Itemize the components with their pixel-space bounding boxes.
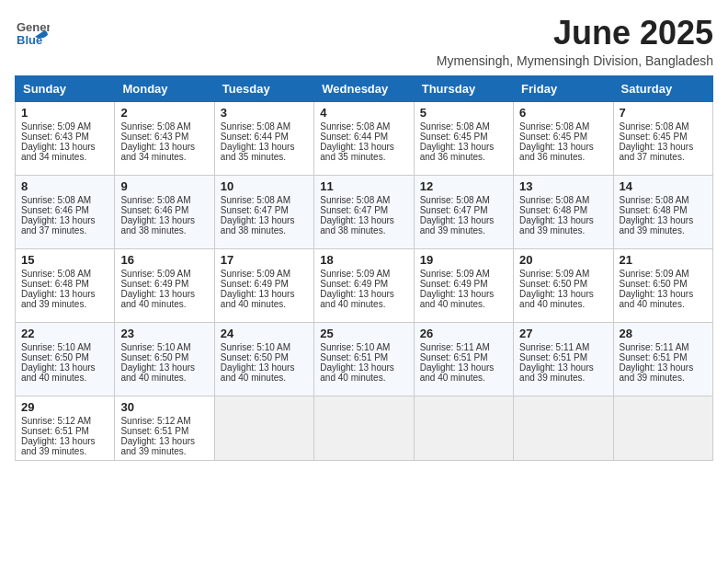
sunset-text: Sunset: 6:45 PM xyxy=(620,132,688,142)
sunrise-text: Sunrise: 5:08 AM xyxy=(320,195,390,205)
day-number: 15 xyxy=(21,253,108,267)
day-number: 7 xyxy=(620,106,707,120)
sunrise-text: Sunrise: 5:08 AM xyxy=(120,121,190,132)
calendar-cell: 3 Sunrise: 5:08 AM Sunset: 6:44 PM Dayli… xyxy=(214,101,313,175)
sunrise-text: Sunrise: 5:08 AM xyxy=(420,195,490,205)
calendar-cell xyxy=(613,396,712,460)
page-header: General Blue June 2025 Mymensingh, Mymen… xyxy=(15,15,713,68)
daylight-text: Daylight: 13 hours and 40 minutes. xyxy=(420,362,495,383)
calendar-week-row: 29 Sunrise: 5:12 AM Sunset: 6:51 PM Dayl… xyxy=(16,396,713,460)
sunset-text: Sunset: 6:44 PM xyxy=(221,132,289,142)
daylight-text: Daylight: 13 hours and 39 minutes. xyxy=(519,362,594,383)
day-number: 10 xyxy=(221,179,308,193)
daylight-text: Daylight: 13 hours and 34 minutes. xyxy=(120,142,195,162)
sunrise-text: Sunrise: 5:08 AM xyxy=(620,195,689,205)
sunset-text: Sunset: 6:44 PM xyxy=(320,132,388,142)
sunset-text: Sunset: 6:47 PM xyxy=(420,205,488,215)
sunrise-text: Sunrise: 5:11 AM xyxy=(420,342,490,352)
calendar-cell: 17 Sunrise: 5:09 AM Sunset: 6:49 PM Dayl… xyxy=(214,248,313,322)
daylight-text: Daylight: 13 hours and 39 minutes. xyxy=(21,436,96,456)
calendar-cell: 29 Sunrise: 5:12 AM Sunset: 6:51 PM Dayl… xyxy=(16,396,115,460)
calendar-cell: 28 Sunrise: 5:11 AM Sunset: 6:51 PM Dayl… xyxy=(613,322,712,396)
day-number: 17 xyxy=(221,253,308,267)
col-header-friday: Friday xyxy=(514,75,613,101)
calendar-cell: 27 Sunrise: 5:11 AM Sunset: 6:51 PM Dayl… xyxy=(514,322,613,396)
sunset-text: Sunset: 6:50 PM xyxy=(221,352,289,362)
daylight-text: Daylight: 13 hours and 39 minutes. xyxy=(620,362,694,383)
daylight-text: Daylight: 13 hours and 40 minutes. xyxy=(320,362,394,383)
calendar-cell: 11 Sunrise: 5:08 AM Sunset: 6:47 PM Dayl… xyxy=(314,175,414,248)
day-number: 11 xyxy=(320,179,407,193)
calendar-cell: 22 Sunrise: 5:10 AM Sunset: 6:50 PM Dayl… xyxy=(16,322,115,396)
daylight-text: Daylight: 13 hours and 37 minutes. xyxy=(21,215,96,236)
calendar-week-row: 1 Sunrise: 5:09 AM Sunset: 6:43 PM Dayli… xyxy=(16,101,713,175)
day-number: 28 xyxy=(620,327,707,340)
sunset-text: Sunset: 6:50 PM xyxy=(21,352,89,362)
sunset-text: Sunset: 6:51 PM xyxy=(120,426,188,436)
calendar-cell: 18 Sunrise: 5:09 AM Sunset: 6:49 PM Dayl… xyxy=(314,248,414,322)
day-number: 18 xyxy=(320,253,407,267)
logo: General Blue xyxy=(15,15,50,50)
sunset-text: Sunset: 6:48 PM xyxy=(21,279,89,289)
calendar-cell: 8 Sunrise: 5:08 AM Sunset: 6:46 PM Dayli… xyxy=(16,175,115,248)
day-number: 23 xyxy=(120,327,208,340)
day-number: 29 xyxy=(21,400,108,414)
sunrise-text: Sunrise: 5:08 AM xyxy=(519,195,589,205)
daylight-text: Daylight: 13 hours and 40 minutes. xyxy=(620,289,694,309)
col-header-sunday: Sunday xyxy=(16,75,115,101)
calendar-cell: 7 Sunrise: 5:08 AM Sunset: 6:45 PM Dayli… xyxy=(613,101,712,175)
daylight-text: Daylight: 13 hours and 35 minutes. xyxy=(221,142,295,162)
day-number: 2 xyxy=(120,106,208,120)
col-header-saturday: Saturday xyxy=(613,75,712,101)
day-number: 6 xyxy=(519,106,607,120)
sunset-text: Sunset: 6:47 PM xyxy=(221,205,289,215)
day-number: 1 xyxy=(21,106,108,120)
daylight-text: Daylight: 13 hours and 36 minutes. xyxy=(519,142,594,162)
calendar-cell: 16 Sunrise: 5:09 AM Sunset: 6:49 PM Dayl… xyxy=(115,248,214,322)
day-number: 9 xyxy=(120,179,208,193)
sunrise-text: Sunrise: 5:09 AM xyxy=(320,269,390,279)
sunrise-text: Sunrise: 5:11 AM xyxy=(620,342,689,352)
calendar-cell: 30 Sunrise: 5:12 AM Sunset: 6:51 PM Dayl… xyxy=(115,396,214,460)
day-number: 27 xyxy=(519,327,607,340)
month-title: June 2025 xyxy=(437,15,713,52)
calendar-cell: 4 Sunrise: 5:08 AM Sunset: 6:44 PM Dayli… xyxy=(314,101,414,175)
sunset-text: Sunset: 6:51 PM xyxy=(420,352,488,362)
daylight-text: Daylight: 13 hours and 40 minutes. xyxy=(221,289,295,309)
sunset-text: Sunset: 6:49 PM xyxy=(221,279,289,289)
sunrise-text: Sunrise: 5:08 AM xyxy=(221,195,290,205)
sunrise-text: Sunrise: 5:08 AM xyxy=(120,195,190,205)
location-subtitle: Mymensingh, Mymensingh Division, Banglad… xyxy=(437,53,713,68)
sunset-text: Sunset: 6:49 PM xyxy=(120,279,188,289)
day-number: 3 xyxy=(221,106,308,120)
sunset-text: Sunset: 6:45 PM xyxy=(519,132,587,142)
calendar-cell: 15 Sunrise: 5:08 AM Sunset: 6:48 PM Dayl… xyxy=(16,248,115,322)
sunrise-text: Sunrise: 5:09 AM xyxy=(519,269,589,279)
day-number: 13 xyxy=(519,179,607,193)
daylight-text: Daylight: 13 hours and 35 minutes. xyxy=(320,142,394,162)
sunrise-text: Sunrise: 5:09 AM xyxy=(221,269,290,279)
daylight-text: Daylight: 13 hours and 40 minutes. xyxy=(120,289,195,309)
sunrise-text: Sunrise: 5:08 AM xyxy=(420,121,490,132)
sunrise-text: Sunrise: 5:12 AM xyxy=(21,416,91,426)
day-number: 4 xyxy=(320,106,407,120)
calendar-cell: 2 Sunrise: 5:08 AM Sunset: 6:43 PM Dayli… xyxy=(115,101,214,175)
daylight-text: Daylight: 13 hours and 38 minutes. xyxy=(221,215,295,236)
sunrise-text: Sunrise: 5:10 AM xyxy=(21,342,91,352)
calendar-cell xyxy=(514,396,613,460)
col-header-wednesday: Wednesday xyxy=(314,75,414,101)
day-number: 19 xyxy=(420,253,507,267)
col-header-thursday: Thursday xyxy=(414,75,513,101)
daylight-text: Daylight: 13 hours and 37 minutes. xyxy=(620,142,694,162)
sunset-text: Sunset: 6:49 PM xyxy=(320,279,388,289)
daylight-text: Daylight: 13 hours and 34 minutes. xyxy=(21,142,96,162)
sunset-text: Sunset: 6:50 PM xyxy=(620,279,688,289)
daylight-text: Daylight: 13 hours and 39 minutes. xyxy=(21,289,96,309)
daylight-text: Daylight: 13 hours and 40 minutes. xyxy=(519,289,594,309)
daylight-text: Daylight: 13 hours and 38 minutes. xyxy=(320,215,394,236)
calendar-cell: 13 Sunrise: 5:08 AM Sunset: 6:48 PM Dayl… xyxy=(514,175,613,248)
day-number: 26 xyxy=(420,327,507,340)
sunset-text: Sunset: 6:50 PM xyxy=(519,279,587,289)
day-number: 24 xyxy=(221,327,308,340)
sunrise-text: Sunrise: 5:08 AM xyxy=(320,121,390,132)
